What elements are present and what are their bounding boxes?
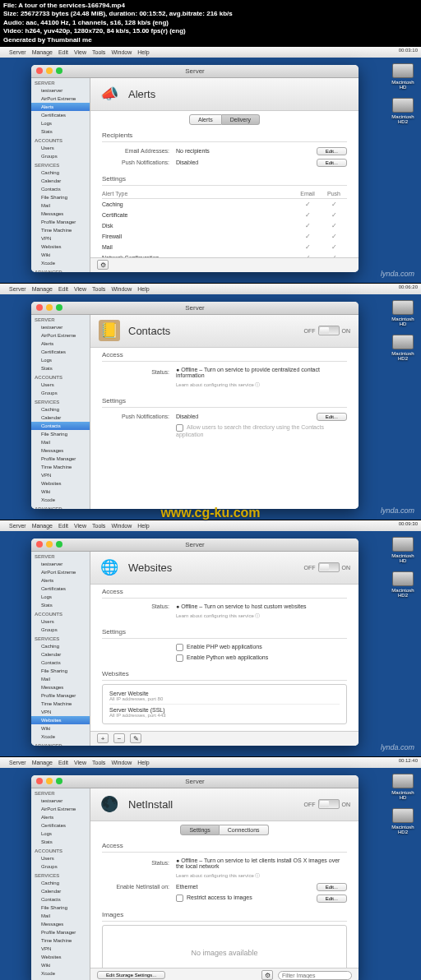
sidebar-item[interactable]: Users xyxy=(31,381,90,389)
menubar[interactable]: Server Manage Edit View Tools Window Hel… xyxy=(0,47,421,58)
sidebar-item[interactable]: Websites xyxy=(31,953,90,961)
menubar[interactable]: ServerManageEditViewToolsWindowHelp 00:0… xyxy=(0,284,421,294)
sidebar-item[interactable]: Messages xyxy=(31,920,90,928)
sidebar-item[interactable]: Profile Manager xyxy=(31,455,90,463)
tab-delivery[interactable]: Delivery xyxy=(222,114,260,125)
sidebar-item[interactable]: Messages xyxy=(31,210,90,218)
sidebar-item[interactable]: Groups xyxy=(31,389,90,397)
desktop-drive-hd[interactable]: Macintosh HD xyxy=(391,774,414,800)
sidebar-item[interactable]: testserver xyxy=(31,560,90,568)
minimize-icon[interactable] xyxy=(46,67,53,74)
sidebar-item[interactable]: Contacts xyxy=(31,185,90,193)
sidebar-item[interactable]: AirPort Extreme xyxy=(31,805,90,813)
sidebar-item[interactable]: Profile Manager xyxy=(31,928,90,936)
sidebar-item[interactable]: Websites xyxy=(31,243,90,251)
menu-server[interactable]: Server xyxy=(9,49,26,55)
desktop-drive-hd[interactable]: Macintosh HD xyxy=(391,63,414,90)
service-toggle[interactable] xyxy=(318,799,340,809)
sidebar-item[interactable]: Websites xyxy=(31,716,90,724)
sidebar-item[interactable]: File Sharing xyxy=(31,193,90,201)
sidebar-item[interactable]: Websites xyxy=(31,479,90,488)
sidebar-item[interactable]: File Sharing xyxy=(31,667,90,675)
sidebar-item[interactable]: testserver xyxy=(31,797,90,805)
sidebar-item[interactable]: Stats xyxy=(31,601,90,609)
table-row[interactable]: Caching✓✓ xyxy=(102,199,347,210)
sidebar-item[interactable]: Caching xyxy=(31,642,90,650)
sidebar-item[interactable]: Caching xyxy=(31,405,90,414)
menu-help[interactable]: Help xyxy=(137,49,149,55)
minimize-icon[interactable] xyxy=(46,541,53,548)
sidebar-item[interactable]: Time Machine xyxy=(31,463,90,471)
desktop-drive-hd[interactable]: Macintosh HD xyxy=(391,300,414,326)
list-item[interactable]: Server Website (SSL)All IP addresses, po… xyxy=(109,705,340,720)
sidebar-item[interactable]: Messages xyxy=(31,446,90,455)
sidebar-item[interactable]: Groups xyxy=(31,862,90,871)
sidebar-item[interactable]: Mail xyxy=(31,675,90,683)
sidebar-item[interactable]: testserver xyxy=(31,323,90,331)
sidebar-item[interactable]: Alerts xyxy=(31,576,90,585)
sidebar-item[interactable]: Users xyxy=(31,144,90,152)
edit-restrict-button[interactable]: Edit... xyxy=(317,894,347,903)
sidebar-item[interactable]: VPN xyxy=(31,708,90,716)
sidebar-item[interactable]: Certificates xyxy=(31,585,90,593)
sidebar-item[interactable]: Caching xyxy=(31,879,90,887)
menu-manage[interactable]: Manage xyxy=(32,49,53,55)
sidebar-item[interactable]: Xcode xyxy=(31,259,90,267)
sidebar-item[interactable]: Mail xyxy=(31,912,90,920)
desktop-drive-hd2[interactable]: Macintosh HD2 xyxy=(391,335,414,361)
table-row[interactable]: Certificate✓✓ xyxy=(102,210,347,220)
sidebar-item[interactable]: Logs xyxy=(31,119,90,127)
sidebar-item[interactable]: AirPort Extreme xyxy=(31,331,90,340)
sidebar[interactable]: SERVERtestserverAirPort ExtremeAlertsCer… xyxy=(31,788,90,980)
titlebar[interactable]: Server xyxy=(31,65,359,78)
sidebar[interactable]: SERVERtestserverAirPort ExtremeAlertsCer… xyxy=(31,78,90,272)
close-icon[interactable] xyxy=(36,67,43,74)
menu-window[interactable]: Window xyxy=(111,49,132,55)
service-toggle[interactable] xyxy=(318,562,340,572)
menubar[interactable]: ServerManageEditViewToolsWindowHelp 00:0… xyxy=(0,520,421,531)
sidebar-item[interactable]: Time Machine xyxy=(31,936,90,945)
sidebar-item[interactable]: Profile Manager xyxy=(31,691,90,700)
sidebar-item[interactable]: Caching xyxy=(31,169,90,177)
desktop-drive-hd2[interactable]: Macintosh HD2 xyxy=(391,571,414,598)
python-checkbox[interactable] xyxy=(176,654,183,662)
storage-settings-button[interactable]: Edit Storage Settings... xyxy=(97,971,165,979)
minus-icon[interactable]: − xyxy=(113,733,125,743)
allow-search-checkbox[interactable] xyxy=(176,424,183,432)
gear-icon[interactable]: ⚙ xyxy=(97,260,109,270)
learn-link[interactable]: Learn about configuring this service ⓘ xyxy=(176,872,347,880)
learn-link[interactable]: Learn about configuring this service ⓘ xyxy=(176,381,347,389)
sidebar-item[interactable]: Stats xyxy=(31,127,90,136)
sidebar-item[interactable]: Profile Manager xyxy=(31,218,90,226)
php-checkbox[interactable] xyxy=(176,644,183,651)
sidebar-item[interactable]: Users xyxy=(31,854,90,862)
zoom-icon[interactable] xyxy=(56,541,62,548)
service-toggle[interactable] xyxy=(318,326,340,335)
table-row[interactable]: Mail✓✓ xyxy=(102,242,347,252)
learn-link[interactable]: Learn about configuring this service ⓘ xyxy=(176,612,347,620)
sidebar[interactable]: SERVERtestserverAirPort ExtremeAlertsCer… xyxy=(31,552,90,746)
sidebar-item[interactable]: Contacts xyxy=(31,895,90,904)
sidebar-item[interactable]: VPN xyxy=(31,234,90,243)
close-icon[interactable] xyxy=(36,778,43,784)
sidebar-item[interactable]: Time Machine xyxy=(31,700,90,708)
titlebar[interactable]: Server xyxy=(31,539,359,552)
plus-icon[interactable]: + xyxy=(97,733,109,743)
sidebar-item[interactable]: Xcode xyxy=(31,733,90,741)
menu-edit[interactable]: Edit xyxy=(58,49,68,55)
sidebar-item[interactable]: Mail xyxy=(31,201,90,210)
restrict-checkbox[interactable] xyxy=(176,894,183,902)
titlebar[interactable]: Server xyxy=(31,302,359,315)
sidebar-item[interactable]: Logs xyxy=(31,830,90,838)
table-row[interactable]: Disk✓✓ xyxy=(102,220,347,231)
sidebar-item[interactable]: Groups xyxy=(31,626,90,634)
sidebar-item[interactable]: Alerts xyxy=(31,813,90,821)
tab-alerts[interactable]: Alerts xyxy=(189,114,222,125)
sidebar-item[interactable]: Wiki xyxy=(31,488,90,496)
gear-icon[interactable]: ⚙ xyxy=(261,970,273,980)
edit-icon[interactable]: ✎ xyxy=(130,733,141,743)
sidebar-item[interactable]: Calendar xyxy=(31,650,90,659)
sidebar-item[interactable]: Logs xyxy=(31,356,90,364)
sidebar-item[interactable]: Certificates xyxy=(31,821,90,830)
edit-email-button[interactable]: Edit... xyxy=(317,147,347,155)
